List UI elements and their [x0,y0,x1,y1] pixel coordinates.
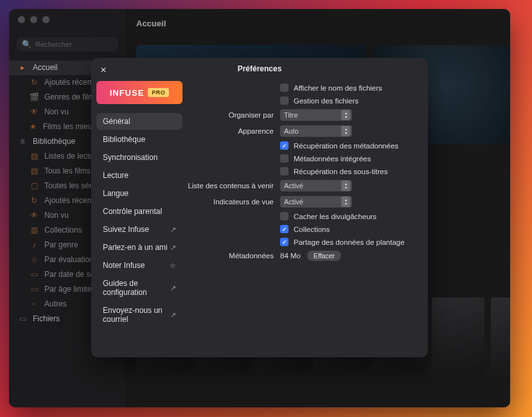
label-file-mgmt: Gestion des fichiers [294,97,359,105]
checkbox-metadata-fetch[interactable] [280,141,288,150]
prefs-nav-label: Lecture [103,171,129,180]
preferences-modal: ✕ Préférences INFUSE PRO GénéralBiblioth… [91,58,428,357]
prefs-nav-item[interactable]: Guides de configuration↗ [96,275,182,301]
prefs-nav-item[interactable]: Général [96,113,182,130]
label-show-filenames: Afficher le nom des fichiers [294,84,382,92]
prefs-nav-label: Général [103,117,130,126]
label-upcoming: Liste des contenus à venir [188,182,280,190]
traffic-light-min[interactable] [30,16,37,23]
pro-badge: PRO [148,88,169,97]
prefs-nav-label: Suivez Infuse [103,225,149,234]
label-metadata-fetch: Récupération des métadonnées [294,142,398,150]
prefs-nav-label: Guides de configuration [103,279,170,297]
checkbox-embedded-meta[interactable] [280,154,288,163]
label-crash-share: Partage des données de plantage [294,238,405,246]
prefs-nav-item[interactable]: Synchronisation [96,149,182,166]
prefs-form: Afficher le nom des fichiers Gestion des… [188,58,428,357]
label-metadata: Métadonnées [188,252,280,260]
external-link-icon: ↗ [170,226,176,234]
checkbox-hide-spoilers[interactable] [280,212,288,220]
select-upcoming[interactable]: Activé▴▾ [280,180,352,191]
prefs-nav-item[interactable]: Contrôle parental [96,203,182,220]
prefs-nav-label: Parlez-en à un ami [103,243,168,252]
select-watched-indicators[interactable]: Activé▴▾ [280,196,352,208]
modal-title: Préférences [91,64,428,73]
clear-metadata-button[interactable]: Effacer [307,251,341,261]
prefs-nav-label: Envoyez-nous un courriel [103,306,170,324]
prefs-nav-label: Bibliothèque [103,135,145,144]
prefs-nav: INFUSE PRO GénéralBibliothèqueSynchronis… [91,58,188,357]
label-subtitle-fetch: Récupération des sous-titres [294,168,387,175]
chevron-updown-icon: ▴▾ [341,197,350,207]
label-collections: Collections [294,226,330,233]
chevron-updown-icon: ▴▾ [341,181,350,191]
label-watched-indicators: Indicateurs de vue [188,198,280,206]
prefs-nav-item[interactable]: Langue [96,185,182,202]
prefs-nav-label: Noter Infuse [103,261,145,270]
brand-name: INFUSE [110,88,145,98]
select-appearance[interactable]: Auto▴▾ [280,125,352,137]
app-window: 🔍 ▸Accueil↻Ajoutés récemment🎬Genres de f… [9,9,510,407]
metadata-size: 84 Mo [280,252,301,260]
label-appearance: Apparence [188,127,280,135]
traffic-light-close[interactable] [18,16,25,23]
prefs-nav-label: Langue [103,189,129,198]
label-embedded-meta: Métadonnées intégrées [294,155,371,163]
external-link-icon: ↗ [170,284,176,292]
prefs-nav-item[interactable]: Bibliothèque [96,131,182,148]
checkbox-subtitle-fetch[interactable] [280,167,288,175]
label-hide-spoilers: Cacher les divulgâcheurs [294,213,377,220]
traffic-light-max[interactable] [42,16,49,23]
external-link-icon: ↗ [170,244,176,252]
prefs-nav-item[interactable]: Lecture [96,167,182,184]
select-organise-by[interactable]: Titre▴▾ [280,109,352,121]
label-organise-by: Organiser par [188,111,280,119]
prefs-nav-item[interactable]: Parlez-en à un ami↗ [96,239,182,256]
prefs-nav-item[interactable]: Envoyez-nous un courriel↗ [96,302,182,328]
brand-badge: INFUSE PRO [96,81,182,104]
external-link-icon: ↗ [170,311,176,319]
checkbox-crash-share[interactable] [280,238,288,246]
prefs-nav-item[interactable]: Noter Infuse☆ [96,257,182,274]
prefs-nav-label: Synchronisation [103,153,157,162]
prefs-nav-item[interactable]: Suivez Infuse↗ [96,221,182,238]
checkbox-file-mgmt[interactable] [280,96,288,105]
prefs-nav-label: Contrôle parental [103,207,162,216]
traffic-lights [18,16,49,23]
chevron-updown-icon: ▴▾ [341,126,350,136]
star-icon: ☆ [170,262,176,270]
checkbox-collections[interactable] [280,225,288,233]
modal-backdrop: ✕ Préférences INFUSE PRO GénéralBiblioth… [9,9,510,407]
checkbox-show-filenames[interactable] [280,84,288,92]
chevron-updown-icon: ▴▾ [341,110,350,120]
